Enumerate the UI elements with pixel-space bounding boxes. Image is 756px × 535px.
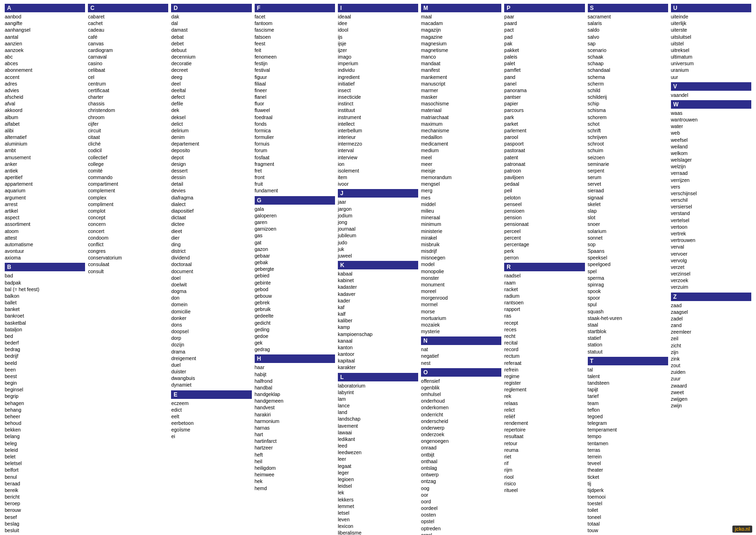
list-item: lemmet [338, 503, 418, 509]
list-item: dogma [171, 288, 251, 294]
list-item: formulier [255, 134, 335, 140]
list-item: judo [338, 239, 418, 246]
list-item: defile [171, 100, 251, 107]
list-item: verzoek [671, 277, 751, 284]
list-item: ijs [338, 34, 418, 40]
list-item: berouw [5, 507, 85, 513]
list-item: startblok [588, 328, 668, 335]
list-item: verraad [671, 170, 751, 176]
list-item: patent [504, 154, 584, 161]
list-item: zijn [671, 349, 751, 355]
list-item: beest [5, 373, 85, 380]
list-item: masker [421, 94, 501, 100]
list-item: register [504, 380, 584, 386]
list-item: toernooi [588, 493, 668, 500]
list-item: fret [255, 167, 335, 174]
list-item: mes [421, 194, 501, 201]
list-item: debet [171, 40, 251, 47]
list-item: interval [338, 147, 418, 154]
list-item: mortuarium [421, 315, 501, 321]
list-item: spook [588, 288, 668, 294]
list-item: kaf [338, 304, 418, 311]
list-item: don [171, 294, 251, 301]
letter-header-b: B [5, 263, 85, 271]
list-item: bereik [5, 487, 85, 493]
section-b: Bbadbadpakbal (= het feest)balkonballetb… [5, 263, 85, 535]
list-item: adres [5, 80, 85, 87]
list-item: vers [671, 183, 751, 190]
list-item: dynamiet [171, 381, 251, 388]
list-item: memorandum [421, 174, 501, 181]
list-item: raam [504, 279, 584, 286]
list-item: Spaans [588, 248, 668, 254]
list-item: leven [338, 516, 418, 523]
list-item: gat [255, 239, 335, 246]
list-item: benul [5, 474, 85, 480]
list-item: speeksel [588, 254, 668, 261]
list-item: gebergte [255, 266, 335, 272]
list-item: egoïsme [171, 426, 251, 433]
letter-header-e: E [171, 390, 251, 399]
list-item: ballet [5, 299, 85, 306]
list-item: codicil [88, 147, 168, 154]
list-item: monster [421, 275, 501, 281]
letter-header-i: I [338, 4, 418, 12]
list-item: decreet [171, 67, 251, 73]
list-item: decoratie [171, 60, 251, 67]
list-item: perceel [504, 228, 584, 234]
list-item: imago [338, 53, 418, 60]
list-item: afval [5, 100, 85, 107]
list-item: uiterlijk [671, 20, 751, 26]
list-item: magazine [421, 34, 501, 40]
list-item: welslager [671, 156, 751, 163]
list-item: statuut [588, 348, 668, 355]
list-item: pamflet [504, 67, 584, 73]
list-item: pantser [504, 94, 584, 100]
list-item: relaas [504, 400, 584, 406]
list-item: leer [338, 456, 418, 462]
list-item: statief [588, 335, 668, 341]
section-w: Wwaaswantrouwenwaterwebweefselweilandwel… [671, 100, 751, 291]
list-item: uranium [671, 67, 751, 73]
list-item: weefsel [671, 137, 751, 143]
list-item: alfabet [5, 121, 85, 127]
list-item: verzuim [671, 284, 751, 290]
list-item: appartement [5, 181, 85, 187]
list-item: heimwee [255, 471, 335, 478]
list-item: zaad [671, 302, 751, 309]
section-z: Zzaadzaagselzadelzandzeemleerzeilzichtzi… [671, 293, 751, 409]
list-item: beginsel [5, 386, 85, 393]
list-item: celibaat [88, 67, 168, 73]
list-item: karakter [338, 364, 418, 371]
list-item: ion [338, 161, 418, 167]
list-item: belfort [5, 466, 85, 473]
list-item: onderscheid [421, 418, 501, 424]
list-item: assortiment [5, 221, 85, 227]
list-item: vaandel [671, 92, 751, 98]
list-item: peloton [504, 194, 584, 201]
list-item: paspoort [504, 140, 584, 147]
list-item: toestel [588, 500, 668, 507]
list-item: aspect [5, 214, 85, 221]
list-item: cabaret [88, 13, 168, 20]
list-item: pact [504, 26, 584, 33]
list-item: compliment [88, 201, 168, 207]
list-item: schuim [588, 147, 668, 154]
section-l: Llaboratoriumlabyrintlamlancelandlandsch… [338, 373, 418, 535]
list-item: congres [88, 248, 168, 254]
list-item: carnaval [88, 53, 168, 60]
list-item: attest [5, 234, 85, 241]
list-item: lawaai [338, 429, 418, 436]
letter-header-m: M [421, 4, 501, 12]
list-item: rectum [504, 353, 584, 359]
list-item: ei [171, 433, 251, 440]
letter-header-r: R [504, 263, 584, 271]
list-item: fundament [255, 187, 335, 194]
list-item: leed [338, 442, 418, 449]
list-item: dier [171, 234, 251, 241]
list-item: repertoire [504, 426, 584, 433]
list-item: saldo [588, 26, 668, 33]
list-item: dal [171, 20, 251, 26]
list-item: instituut [338, 107, 418, 113]
list-item: edict [171, 406, 251, 413]
